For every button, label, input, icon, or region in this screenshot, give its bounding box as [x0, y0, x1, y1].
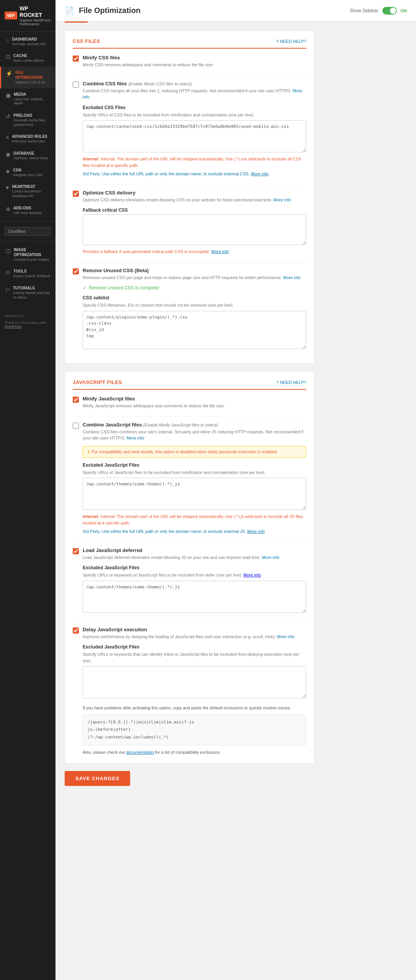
sidebar-item-add-ons[interactable]: ⊕ ADD-ONS Add more features	[0, 202, 55, 219]
wp-link[interactable]: WordPress	[5, 325, 21, 328]
delay-js-more-info[interactable]: More info	[277, 634, 294, 639]
excluded-js-defer-textarea[interactable]: /wp-content/themes/some-theme/(.*).js	[83, 581, 306, 613]
sidebar-sub-cdn: Integrate your CDN	[13, 173, 43, 178]
css-internal-note: Internal: Internal: The domain part of t…	[83, 156, 306, 168]
js-third-party-more[interactable]: More info	[247, 529, 265, 534]
excluded-js-defer-desc: Specify URLs or keywords of JavaScript f…	[83, 572, 306, 578]
js-need-help[interactable]: ? NEED HELP?	[276, 380, 306, 385]
sidebar-item-advanced-rules[interactable]: ≡ ADVANCED RULES Fine-tune cache rules	[0, 131, 55, 147]
minify-css-checkbox[interactable]	[73, 56, 79, 62]
sidebar-item-cache[interactable]: ⊡ CACHE Basic cache options	[0, 50, 55, 67]
version-label: version 3.9.1	[0, 311, 55, 321]
combine-js-more-info[interactable]: More info	[127, 436, 144, 440]
sidebar-sub-cache: Basic cache options	[13, 59, 44, 63]
sidebar-sub-add-ons: Add more features	[13, 211, 42, 216]
delay-js-option: Delay JavaScript execution Improves perf…	[73, 627, 306, 756]
combine-js-title: Combine JavaScript files (Enable Minify …	[83, 422, 306, 428]
documentation-link[interactable]: documentation	[126, 750, 154, 755]
sidebar-item-heartbeat[interactable]: ♥ HEARTBEAT Control WordPress Heartbeat …	[0, 181, 55, 202]
css-safelist-field-group: CSS safelist Specify CSS filenames, IDs …	[83, 295, 306, 350]
sidebar-label-tools: TOOLS	[13, 269, 50, 274]
combine-js-label[interactable]: Combine JavaScript files (Enable Minify …	[73, 422, 306, 441]
default-exclusions: /jquery-?[0-9.](.*)(min|slim|slim.min)?-…	[83, 714, 306, 745]
divider-4	[73, 416, 306, 416]
excluded-js-minify-textarea[interactable]: /wp-content/themes/some-theme/(.*).js	[83, 478, 306, 510]
sidebar-item-preload[interactable]: ↺ PRELOAD Generate cache files, preload …	[0, 109, 55, 131]
default-exclusions-line3: (?:/wp-content/wp-includes/)(.*)	[88, 733, 301, 741]
sidebar-item-tools[interactable]: ⊙ TOOLS Import, Export, Rollback	[0, 265, 55, 282]
sidebar-item-image-optimization[interactable]: ◫ IMAGE OPTIMIZATION Compress your image…	[0, 244, 55, 266]
cloudflare-button[interactable]: Cloudflare	[5, 227, 51, 236]
optimize-css-more-info[interactable]: More info	[273, 198, 291, 202]
sidebar-item-dashboard[interactable]: ⌂ DASHBOARD Get help, account info	[0, 33, 55, 50]
excluded-js-defer-more-info[interactable]: More info	[243, 573, 261, 577]
minify-css-title: Minify CSS files	[83, 55, 214, 60]
sidebar-sub-heartbeat: Control WordPress Heartbeat API	[12, 189, 51, 198]
excluded-js-delay-textarea[interactable]	[83, 666, 306, 698]
combine-js-option: Combine JavaScript files (Enable Minify …	[73, 422, 306, 535]
delay-js-title: Delay JavaScript execution	[83, 627, 294, 632]
logo-mark: WP	[5, 11, 17, 20]
database-icon: ◉	[6, 151, 10, 157]
css-safelist-textarea[interactable]: /wp-content/plugins/some-plugin/(.*).css…	[83, 311, 306, 350]
sidebar-sub-image-optimization: Compress your images	[14, 258, 51, 262]
divider-1	[73, 75, 306, 75]
remove-unused-css-checkbox[interactable]	[73, 268, 79, 274]
fallback-css-more-info[interactable]: More info	[211, 249, 229, 254]
load-js-deferred-desc: Load JavaScript deferred eliminates rend…	[83, 554, 279, 561]
load-js-deferred-more-info[interactable]: More info	[262, 555, 279, 560]
excluded-css-field-group: Excluded CSS Files Specify URLs of CSS f…	[83, 105, 306, 177]
image-opt-icon: ◫	[6, 248, 11, 254]
toggle-state-label: ON	[401, 8, 407, 13]
fallback-css-textarea[interactable]	[83, 214, 306, 245]
sidebar-item-tutorials[interactable]: ▷ TUTORIALS Getting started and how to v…	[0, 282, 55, 303]
success-checkmark: ✓	[83, 285, 86, 291]
minify-js-checkbox[interactable]	[73, 397, 79, 403]
js-section-header: JavaScript Files ? NEED HELP?	[73, 379, 306, 390]
cdn-icon: ◈	[6, 168, 10, 174]
delay-js-checkbox[interactable]	[73, 627, 79, 634]
load-js-deferred-checkbox[interactable]	[73, 548, 79, 554]
js-compat-notice: ℹ For compatibility and best results, th…	[83, 446, 306, 458]
sidebar-item-media[interactable]: ▣ MEDIA LazyLoad, embeds, WebP	[0, 88, 55, 109]
minify-js-label[interactable]: Minify JavaScript files Minify JavaScrip…	[73, 396, 306, 409]
delay-js-label[interactable]: Delay JavaScript execution Improves perf…	[73, 627, 306, 640]
remove-unused-css-desc: Removes unused CSS per page and helps to…	[83, 274, 301, 281]
logo: WP WP ROCKET Superior WordPress Performa…	[0, 0, 55, 32]
sidebar-divider-1	[0, 221, 55, 222]
sidebar-sub-tutorials: Getting started and how to videos	[13, 291, 51, 300]
save-changes-button[interactable]: SAVE CHANGES	[65, 771, 130, 786]
combine-css-checkbox[interactable]	[73, 82, 79, 88]
css-need-help[interactable]: ? NEED HELP?	[276, 39, 306, 44]
excluded-css-textarea[interactable]: /wp-content/cache/used-css/1c6b9a33329bd…	[83, 120, 306, 152]
sidebar-label-media: MEDIA	[14, 92, 51, 97]
minify-css-option: Minify CSS files Minify CSS removes whit…	[73, 55, 306, 68]
fallback-css-content: Fallback critical CSS Provides a fallbac…	[83, 207, 306, 255]
minify-js-option: Minify JavaScript files Minify JavaScrip…	[73, 396, 306, 409]
wp-credit-text: Thank you for creating with	[5, 321, 46, 325]
css-third-party-more[interactable]: More info	[251, 172, 269, 176]
combine-js-checkbox[interactable]	[73, 423, 79, 429]
sidebar-item-cdn[interactable]: ◈ CDN Integrate your CDN	[0, 164, 55, 181]
documentation-note: Also, please check our documentation for…	[83, 749, 306, 756]
load-js-deferred-label[interactable]: Load JavaScript deferred Load JavaScript…	[73, 547, 306, 561]
combine-css-label[interactable]: Combine CSS files (Enable Minify CSS fil…	[73, 81, 306, 100]
combine-css-option: Combine CSS files (Enable Minify CSS fil…	[73, 81, 306, 177]
remove-unused-css-label[interactable]: Remove Unused CSS (Beta) Removes unused …	[73, 268, 306, 281]
save-section: SAVE CHANGES	[65, 771, 314, 786]
combine-css-content: Excluded CSS Files Specify URLs of CSS f…	[83, 105, 306, 177]
css-files-section: CSS Files ? NEED HELP? Minify CSS files …	[65, 30, 314, 364]
remove-unused-more-info[interactable]: More info	[283, 275, 301, 280]
tools-icon: ⊙	[6, 269, 10, 275]
advanced-rules-icon: ≡	[6, 134, 9, 140]
optimize-css-delivery-label[interactable]: Optimize CSS delivery Optimize CSS deliv…	[73, 190, 306, 203]
show-sidebar-label: Show Sidebar	[350, 8, 378, 13]
logo-tagline: Superior WordPress Performance	[20, 18, 51, 26]
optimize-css-delivery-checkbox[interactable]	[73, 191, 79, 197]
tutorials-icon: ▷	[6, 286, 10, 292]
sidebar-item-database[interactable]: ◉ DATABASE Optimize, reduce bloat	[0, 147, 55, 164]
sidebar-item-file-optimization[interactable]: ⚡ FILE OPTIMIZATION Optimize CSS & JS	[0, 67, 55, 88]
sidebar-toggle[interactable]	[382, 7, 397, 15]
compat-icon: ℹ	[88, 449, 89, 454]
minify-css-label[interactable]: Minify CSS files Minify CSS removes whit…	[73, 55, 306, 68]
